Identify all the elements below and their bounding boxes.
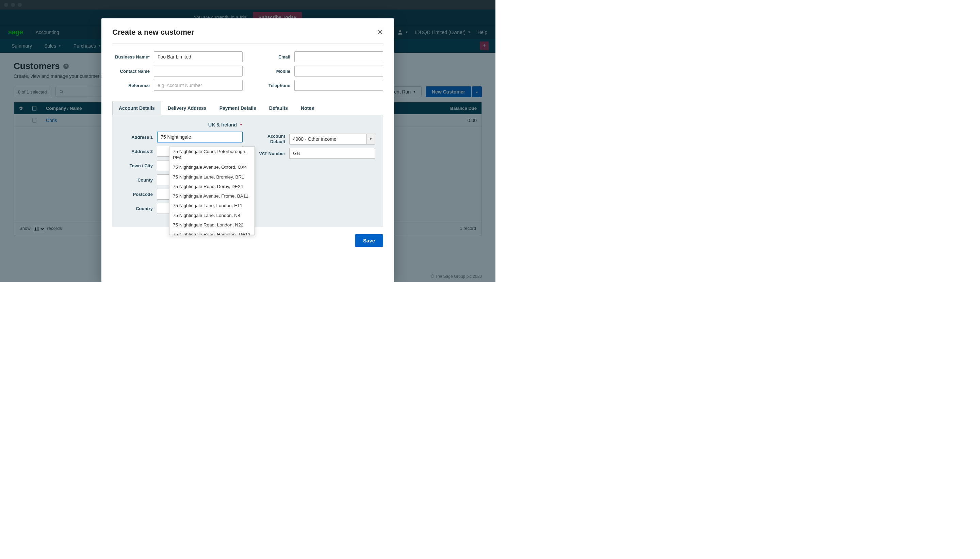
vat-input[interactable]: [289, 148, 375, 159]
contact-name-label: Contact Name: [112, 69, 150, 74]
modal-overlay: Create a new customer ✕ Business Name* C…: [0, 0, 496, 282]
autocomplete-item[interactable]: 75 Nightingale Court, Peterborough, PE4: [169, 147, 255, 162]
autocomplete-item[interactable]: 75 Nightingale Lane, Bromley, BR1: [169, 172, 255, 182]
save-button[interactable]: Save: [355, 234, 383, 247]
tab-defaults[interactable]: Defaults: [263, 101, 294, 115]
autocomplete-item[interactable]: 75 Nightingale Avenue, Oxford, OX4: [169, 162, 255, 172]
address2-label: Address 2: [121, 149, 153, 154]
account-default-label: Account Default: [253, 134, 285, 144]
email-label: Email: [253, 55, 290, 60]
telephone-input[interactable]: [294, 80, 383, 91]
telephone-label: Telephone: [253, 83, 290, 88]
tab-notes[interactable]: Notes: [294, 101, 320, 115]
address1-input[interactable]: [157, 132, 243, 142]
vat-label: VAT Number: [253, 151, 285, 156]
autocomplete-item[interactable]: 75 Nightingale Road, Hampton, TW12: [169, 230, 255, 235]
tab-payment-details[interactable]: Payment Details: [213, 101, 263, 115]
town-label: Town / City: [121, 163, 153, 168]
business-name-label: Business Name*: [112, 55, 150, 60]
email-input[interactable]: [294, 51, 383, 62]
create-customer-modal: Create a new customer ✕ Business Name* C…: [101, 18, 394, 282]
caret-down-icon: ▼: [240, 123, 243, 126]
close-icon[interactable]: ✕: [377, 28, 383, 37]
account-default-select[interactable]: 4900 - Other income: [289, 134, 367, 144]
autocomplete-item[interactable]: 75 Nightingale Road, London, N22: [169, 220, 255, 230]
mobile-label: Mobile: [253, 69, 290, 74]
region-dropdown[interactable]: UK & Ireland ▼: [121, 122, 243, 127]
tab-bar: Account Details Delivery Address Payment…: [112, 101, 383, 115]
mobile-input[interactable]: [294, 66, 383, 76]
autocomplete-item[interactable]: 75 Nightingale Avenue, Frome, BA11: [169, 192, 255, 201]
tab-delivery-address[interactable]: Delivery Address: [161, 101, 213, 115]
modal-title: Create a new customer: [112, 28, 194, 37]
address-autocomplete: 75 Nightingale Court, Peterborough, PE4 …: [169, 147, 255, 235]
reference-label: Reference: [112, 83, 150, 88]
reference-input[interactable]: [154, 80, 243, 91]
postcode-label: Postcode: [121, 192, 153, 197]
country-label: Country: [121, 206, 153, 211]
autocomplete-item[interactable]: 75 Nightingale Lane, London, N8: [169, 211, 255, 220]
autocomplete-item[interactable]: 75 Nightingale Lane, London, E11: [169, 201, 255, 210]
contact-name-input[interactable]: [154, 66, 243, 76]
business-name-input[interactable]: [154, 51, 243, 62]
caret-down-icon[interactable]: ▼: [367, 134, 375, 144]
county-label: County: [121, 177, 153, 183]
tab-account-details[interactable]: Account Details: [112, 101, 161, 115]
account-details-panel: UK & Ireland ▼ Address 1 Address 2 Town …: [112, 115, 383, 227]
address1-label: Address 1: [121, 135, 153, 140]
autocomplete-item[interactable]: 75 Nightingale Road, Derby, DE24: [169, 182, 255, 192]
